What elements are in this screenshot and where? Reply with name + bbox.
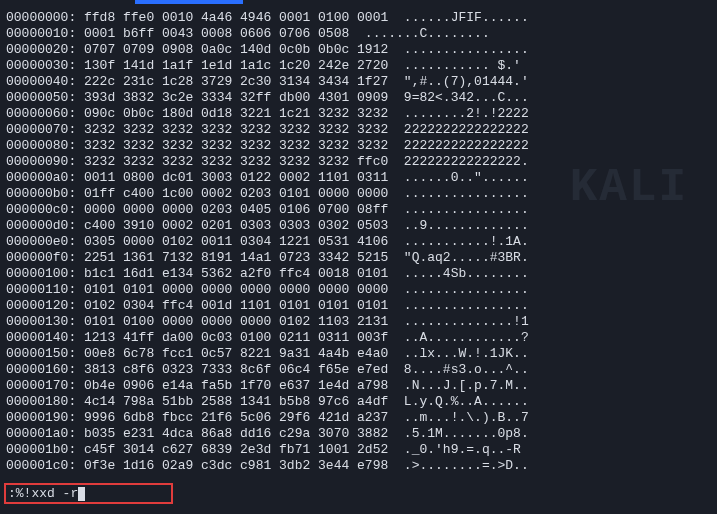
hex-row: 00000150: 00e8 6c78 fcc1 0c57 8221 9a31 … <box>6 346 717 362</box>
hex-row: 000000f0: 2251 1361 7132 8191 14a1 0723 … <box>6 250 717 266</box>
hex-row: 000000e0: 0305 0000 0102 0011 0304 1221 … <box>6 234 717 250</box>
hex-row: 00000170: 0b4e 0906 e14a fa5b 1f70 e637 … <box>6 378 717 394</box>
terminal-window: KALI LI 00000000: ffd8 ffe0 0010 4a46 49… <box>0 0 717 514</box>
hex-row: 00000180: 4c14 798a 51bb 2588 1341 b5b8 … <box>6 394 717 410</box>
hex-row: 00000190: 9996 6db8 fbcc 21f6 5c06 29f6 … <box>6 410 717 426</box>
hex-row: 00000100: b1c1 16d1 e134 5362 a2f0 ffc4 … <box>6 266 717 282</box>
hex-row: 00000110: 0101 0101 0000 0000 0000 0000 … <box>6 282 717 298</box>
hex-row: 00000080: 3232 3232 3232 3232 3232 3232 … <box>6 138 717 154</box>
hex-row: 00000090: 3232 3232 3232 3232 3232 3232 … <box>6 154 717 170</box>
hex-row: 000001b0: c45f 3014 c627 6839 2e3d fb71 … <box>6 442 717 458</box>
hex-row: 00000000: ffd8 ffe0 0010 4a46 4946 0001 … <box>6 10 717 26</box>
hex-row: 00000040: 222c 231c 1c28 3729 2c30 3134 … <box>6 74 717 90</box>
command-text: xxd -r <box>31 486 78 502</box>
cursor <box>78 487 85 501</box>
hex-row: 00000050: 393d 3832 3c2e 3334 32ff db00 … <box>6 90 717 106</box>
hex-row: 00000120: 0102 0304 ffc4 001d 1101 0101 … <box>6 298 717 314</box>
vim-command-line[interactable]: :%! xxd -r <box>4 483 173 504</box>
hex-row: 00000020: 0707 0709 0908 0a0c 140d 0c0b … <box>6 42 717 58</box>
hex-row: 00000030: 130f 141d 1a1f 1e1d 1a1c 1c20 … <box>6 58 717 74</box>
hex-row: 000000a0: 0011 0800 dc01 3003 0122 0002 … <box>6 170 717 186</box>
hex-row: 00000160: 3813 c8f6 0323 7333 8c6f 06c4 … <box>6 362 717 378</box>
hex-row: 00000130: 0101 0100 0000 0000 0000 0102 … <box>6 314 717 330</box>
hex-row: 000000b0: 01ff c400 1c00 0002 0203 0101 … <box>6 186 717 202</box>
hex-row: 000000d0: c400 3910 0002 0201 0303 0303 … <box>6 218 717 234</box>
hex-dump: 00000000: ffd8 ffe0 0010 4a46 4946 0001 … <box>0 4 717 474</box>
hex-row: 00000060: 090c 0b0c 180d 0d18 3221 1c21 … <box>6 106 717 122</box>
hex-row: 00000010: 0001 b6ff 0043 0008 0606 0706 … <box>6 26 717 42</box>
command-prefix: :%! <box>8 486 31 502</box>
hex-row: 00000070: 3232 3232 3232 3232 3232 3232 … <box>6 122 717 138</box>
hex-row: 00000140: 1213 41ff da00 0c03 0100 0211 … <box>6 330 717 346</box>
hex-row: 000000c0: 0000 0000 0000 0203 0405 0106 … <box>6 202 717 218</box>
hex-row: 000001c0: 0f3e 1d16 02a9 c3dc c981 3db2 … <box>6 458 717 474</box>
hex-row: 000001a0: b035 e231 4dca 86a8 dd16 c29a … <box>6 426 717 442</box>
